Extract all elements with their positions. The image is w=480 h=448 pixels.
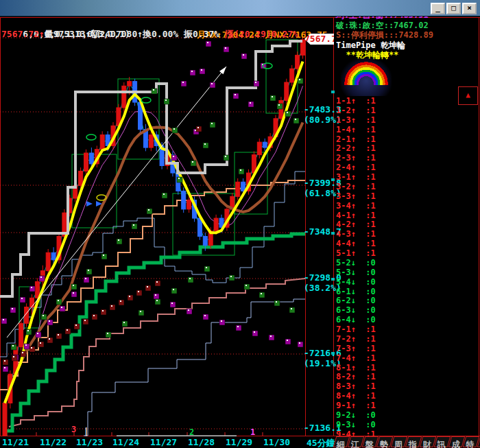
bottom-bar: 11/2111/2211/2311/2411/2711/2811/2911/30… bbox=[0, 436, 480, 448]
svg-text:1: 1 bbox=[250, 427, 255, 436]
signal-row: 9-1↑ :1 bbox=[336, 401, 376, 410]
date-label: 11/23 bbox=[76, 437, 103, 447]
signal-row: 3-2↑ :1 bbox=[336, 182, 376, 191]
right-border bbox=[479, 17, 479, 447]
quote-segment: 額2407080 bbox=[91, 29, 137, 39]
signal-row: 8-4↑ :1 bbox=[336, 391, 376, 401]
border-tick bbox=[331, 91, 335, 93]
quote-segment: ↑ bbox=[137, 29, 143, 39]
signal-row: 3-4↑ :1 bbox=[336, 201, 376, 211]
svg-text:|: | bbox=[84, 427, 88, 436]
quote-segment: 振0.37% bbox=[184, 29, 225, 39]
date-label: 11/24 bbox=[112, 437, 139, 447]
scroll-up-button[interactable]: ▲ bbox=[458, 86, 478, 105]
signal-row: 2-3↑ :1 bbox=[336, 153, 376, 163]
border-tick bbox=[331, 278, 335, 281]
minimize-button[interactable]: _ bbox=[431, 3, 445, 14]
signal-row: 2-2↑ :1 bbox=[336, 143, 376, 153]
signal-row: 8-2↑ :1 bbox=[336, 372, 376, 381]
date-label: 11/29 bbox=[226, 437, 252, 447]
date-label: 11/21 bbox=[2, 437, 29, 447]
signal-row: 5-2↓ :0 bbox=[336, 258, 376, 268]
border-tick bbox=[331, 178, 335, 181]
tab-strip[interactable]: 細江盤勢周指財訊成特解 bbox=[335, 436, 480, 447]
date-label: 11/28 bbox=[188, 437, 215, 447]
date-label: 11/30 bbox=[263, 437, 290, 447]
chart-canvas[interactable]: 321| bbox=[0, 31, 306, 436]
trading-app-window: _ □ × 6,0,0,0,1,0,0,3,1,1) 月AX:7304.24 月… bbox=[0, 0, 480, 448]
quote-segment: 7567.72 bbox=[1, 29, 39, 39]
title-bar[interactable]: _ □ × bbox=[0, 0, 480, 16]
signal-row: 8-3↑ :1 bbox=[336, 381, 376, 391]
signal-row: 8-1↑ :1 bbox=[336, 363, 376, 373]
signal-row: 4-1↑ :1 bbox=[336, 211, 376, 220]
signal-row: 6-4↓ :0 bbox=[336, 315, 376, 325]
signal-row: 5-1↑ :1 bbox=[336, 248, 376, 258]
signal-row: 6-1↓ :0 bbox=[336, 287, 376, 296]
signal-row: 6-3↓ :0 bbox=[336, 305, 376, 315]
signal-row: 9-3↓ :0 bbox=[336, 420, 376, 429]
signal-row: 7-3↑ :1 bbox=[336, 344, 376, 353]
rainbow-arch-icon bbox=[341, 58, 392, 96]
quote-segment: 漲(20.29)0.27% bbox=[225, 29, 298, 39]
quote-segment: ↑ bbox=[39, 29, 45, 39]
signal-row: 1-4↑ :1 bbox=[336, 125, 376, 134]
signal-row: 7-1↑ :1 bbox=[336, 325, 376, 334]
signal-row: 5-4↓ :0 bbox=[336, 277, 376, 287]
date-label: 11/27 bbox=[150, 437, 177, 447]
signal-list[interactable]: 1-1↑ :11-2↑ :11-3↑ :11-4↑ :12-1↑ :12-2↑ … bbox=[336, 96, 376, 439]
signal-row: 1-1↑ :1 bbox=[336, 96, 376, 106]
signal-row: 4-4↑ :1 bbox=[336, 239, 376, 248]
signal-row: 3-3↑ :1 bbox=[336, 191, 376, 201]
signal-row: 2-1↑ :1 bbox=[336, 134, 376, 144]
signal-row: 5-3↓ :0 bbox=[336, 268, 376, 277]
signal-row: 1-3↑ :1 bbox=[336, 115, 376, 125]
svg-text:3: 3 bbox=[71, 425, 76, 434]
signal-row: 3-1↑ :1 bbox=[336, 172, 376, 182]
svg-text:2: 2 bbox=[189, 427, 194, 436]
quote-segment: 量975313 bbox=[45, 29, 86, 39]
border-tick bbox=[331, 232, 335, 235]
maximize-button[interactable]: □ bbox=[446, 3, 461, 14]
signal-row: 4-2↑ :1 bbox=[336, 220, 376, 229]
signal-row: 6-2↓ :0 bbox=[336, 296, 376, 305]
last-price-tag: 7567.7 bbox=[304, 34, 334, 45]
signal-row: 4-3↑ :1 bbox=[336, 229, 376, 239]
signal-row: 7-4↑ :1 bbox=[336, 353, 376, 363]
quote-segment: 換0.00% bbox=[143, 29, 184, 39]
signal-row: 1-2↑ :1 bbox=[336, 106, 376, 115]
signal-row: 7-2↑ :1 bbox=[336, 334, 376, 344]
quote-line: 7567.72↑量975313↑額2407080↑換0.00% 振0.37% 漲… bbox=[1, 28, 298, 40]
signal-row: 9-2↓ :0 bbox=[336, 410, 376, 420]
border-tick bbox=[331, 352, 335, 355]
signal-row: 2-4↑ :1 bbox=[336, 163, 376, 172]
interval-label[interactable]: 45分鐘 bbox=[307, 437, 335, 448]
candlestick-chart[interactable]: 321| bbox=[0, 31, 306, 436]
date-label: 11/22 bbox=[40, 437, 67, 447]
close-button[interactable]: × bbox=[462, 3, 477, 14]
